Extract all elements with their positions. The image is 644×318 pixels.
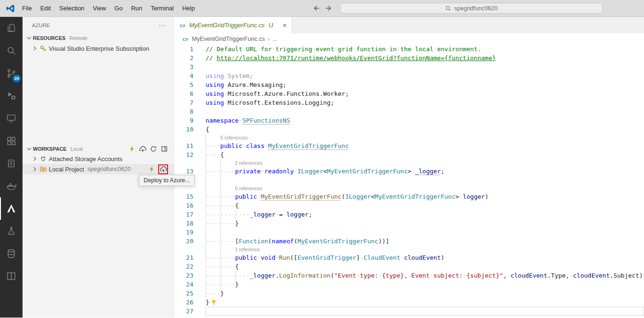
- code-line-19[interactable]: 19: [174, 228, 644, 237]
- breadcrumb-file[interactable]: MyEventGridTriggerFunc.cs: [192, 36, 265, 42]
- function-folder-icon: [39, 165, 47, 173]
- csharp-file-icon: C#: [182, 35, 189, 43]
- code-line-17[interactable]: 17············_logger·=·logger;: [174, 210, 644, 219]
- azure-icon: [6, 203, 17, 214]
- code-line-10[interactable]: 10{: [174, 125, 644, 134]
- code-line-18[interactable]: 18········}: [174, 219, 644, 228]
- line-number: 21: [174, 253, 206, 262]
- codelens-references[interactable]: 0 references: [174, 185, 644, 192]
- code-line-12[interactable]: 12····{: [174, 150, 644, 159]
- code-line-25[interactable]: 25····}: [174, 289, 644, 298]
- search-icon: [6, 45, 17, 56]
- menu-run[interactable]: Run: [127, 0, 146, 16]
- codelens-references[interactable]: 5 references: [174, 134, 644, 141]
- csharp-file-icon: C#: [179, 22, 186, 29]
- tree-item-attached-storage[interactable]: Attached Storage Accounts: [23, 154, 174, 164]
- code-line-7[interactable]: 7using·Microsoft.Extensions.Logging;: [174, 98, 644, 107]
- tab-myeventgridtriggerfunc[interactable]: C# MyEventGridTriggerFunc.cs U ×: [174, 17, 292, 33]
- codelens-references[interactable]: 1 reference: [174, 246, 644, 253]
- activity-item-azure-account[interactable]: [0, 152, 23, 175]
- code-line-4[interactable]: 4using·System;: [174, 71, 644, 80]
- sidebar-title: AZURE: [32, 23, 159, 28]
- project-actions: [147, 164, 174, 174]
- activity-item-source-control[interactable]: 20: [0, 62, 23, 85]
- code-line-6[interactable]: 6using·Microsoft.Azure.Functions.Worker;: [174, 89, 644, 98]
- deploy-icon[interactable]: [158, 164, 168, 174]
- activity-item-extensions[interactable]: [0, 130, 23, 152]
- code-line-21[interactable]: 21········public·void·Run([EventGridTrig…: [174, 253, 644, 262]
- more-actions-icon[interactable]: ···: [159, 22, 166, 29]
- activity-item-azure[interactable]: [0, 197, 23, 220]
- resources-label: RESOURCES: [33, 35, 66, 41]
- workspace-label: WORKSPACE: [33, 146, 67, 152]
- code-line-13[interactable]: 13········private·readonly·ILogger<MyEve…: [174, 167, 644, 176]
- create-function-icon[interactable]: [147, 165, 156, 173]
- line-number: 12: [174, 150, 206, 159]
- menu-terminal[interactable]: Terminal: [146, 0, 178, 16]
- breadcrumb-more[interactable]: ...: [272, 36, 277, 42]
- deploy-icon[interactable]: [138, 145, 147, 153]
- workspace-actions: [128, 145, 174, 153]
- menu-selection[interactable]: Selection: [55, 0, 88, 16]
- code-line-22[interactable]: 22········{: [174, 262, 644, 271]
- code-line-20[interactable]: 20········[Function(nameof(MyEventGridTr…: [174, 237, 644, 246]
- code-line-3[interactable]: 3: [174, 62, 644, 71]
- code-line-11[interactable]: 11····public·class·MyEventGridTriggerFun…: [174, 141, 644, 150]
- chevron-right-icon[interactable]: [31, 155, 38, 163]
- tree-item-subscription[interactable]: Visual Studio Enterprise Subscription: [23, 43, 174, 54]
- code-line-26[interactable]: 26}: [174, 298, 644, 307]
- chevron-right-icon[interactable]: [31, 45, 38, 52]
- activity-item-database[interactable]: [0, 242, 23, 265]
- activity-item-docker[interactable]: [0, 175, 23, 197]
- back-arrow-icon[interactable]: [310, 2, 322, 15]
- command-center-search[interactable]: spegridfunc0620: [340, 3, 603, 14]
- refresh-icon[interactable]: [149, 145, 158, 153]
- lightbulb-icon[interactable]: [211, 299, 217, 305]
- resources-section-header[interactable]: RESOURCES Remote: [23, 33, 174, 43]
- code-line-24[interactable]: 24········}: [174, 280, 644, 289]
- menu-help[interactable]: Help: [178, 0, 199, 16]
- code-line-14[interactable]: 14: [174, 176, 644, 185]
- forward-arrow-icon[interactable]: [322, 2, 335, 15]
- code-line-5[interactable]: 5using·Azure.Messaging;: [174, 80, 644, 89]
- activity-item-azure-functions[interactable]: [0, 220, 23, 242]
- code-editor[interactable]: 1//·Default·URL·for·triggering·event·gri…: [174, 45, 644, 316]
- menu-edit[interactable]: Edit: [36, 0, 55, 16]
- tree-item-local-project[interactable]: Local Project spegridfunc0620: [23, 164, 174, 174]
- sidebar-header: AZURE ···: [23, 17, 174, 33]
- new-window-icon[interactable]: [160, 145, 169, 153]
- azure-account-icon: [6, 158, 17, 169]
- create-function-icon[interactable]: [128, 145, 136, 153]
- menu-go[interactable]: Go: [110, 0, 127, 16]
- code-line-9[interactable]: 9namespace·SPFunctionsNS: [174, 116, 644, 125]
- chevron-right-icon[interactable]: [31, 165, 38, 173]
- breadcrumb[interactable]: C# MyEventGridTriggerFunc.cs › ...: [174, 33, 644, 45]
- menu-view[interactable]: View: [89, 0, 110, 16]
- code-line-8[interactable]: 8: [174, 107, 644, 116]
- code-line-1[interactable]: 1//·Default·URL·for·triggering·event·gri…: [174, 45, 644, 54]
- explorer-icon: [6, 23, 17, 34]
- code-line-15[interactable]: 15········public·MyEventGridTriggerFunc(…: [174, 192, 644, 201]
- codelens-references[interactable]: 2 references: [174, 159, 644, 167]
- activity-item-search[interactable]: [0, 39, 23, 62]
- line-number: 8: [174, 107, 206, 116]
- activity-item-split-editor[interactable]: [0, 265, 23, 287]
- line-number: 7: [174, 98, 206, 107]
- code-line-16[interactable]: 16········{: [174, 201, 644, 210]
- activity-item-explorer[interactable]: [0, 17, 23, 39]
- close-icon[interactable]: ×: [283, 22, 287, 29]
- azure-functions-icon: [6, 225, 17, 237]
- line-number: 27: [174, 307, 206, 316]
- line-number: 10: [174, 125, 206, 134]
- line-number: 24: [174, 280, 206, 289]
- code-line-23[interactable]: 23············_logger.LogInformation("Ev…: [174, 271, 644, 280]
- code-line-2[interactable]: 2//·http://localhost:7071/runtime/webhoo…: [174, 54, 644, 62]
- workspace-section-header[interactable]: WORKSPACE Local: [23, 144, 174, 154]
- svg-text:C#: C#: [183, 37, 189, 42]
- activity-item-run-debug[interactable]: [0, 85, 23, 107]
- activity-item-remote-explorer[interactable]: [0, 107, 23, 130]
- line-number: 15: [174, 192, 206, 201]
- line-number: 22: [174, 262, 206, 271]
- menu-file[interactable]: File: [18, 0, 36, 16]
- code-line-27[interactable]: 27: [174, 307, 644, 316]
